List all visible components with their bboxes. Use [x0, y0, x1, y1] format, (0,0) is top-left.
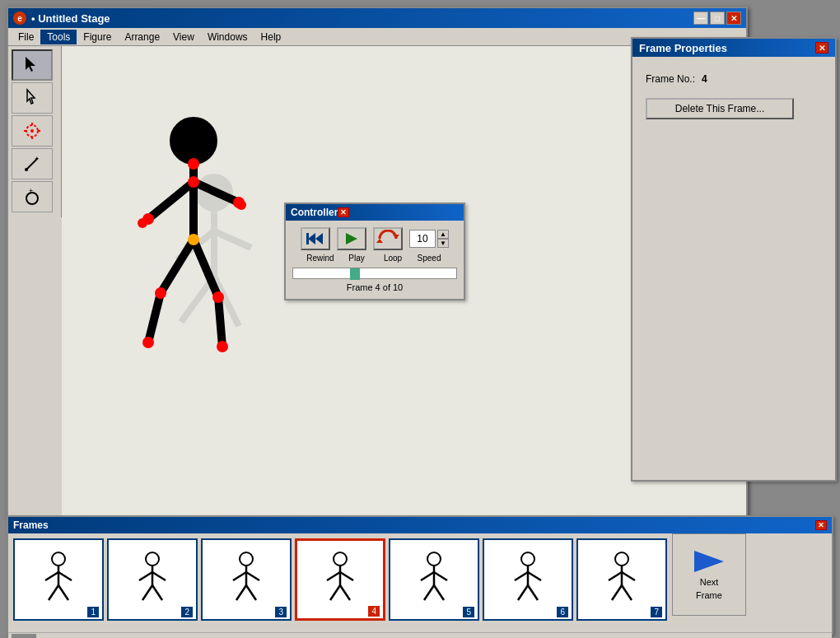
- tool-pencil[interactable]: +: [12, 148, 53, 179]
- tool-pointer[interactable]: [12, 82, 53, 114]
- svg-line-63: [327, 572, 340, 580]
- svg-point-79: [615, 552, 628, 566]
- progress-thumb[interactable]: [350, 268, 360, 280]
- frame-thumb-5[interactable]: 5: [389, 538, 479, 621]
- speed-label: Speed: [414, 254, 444, 263]
- loop-icon: [376, 230, 399, 248]
- frame-properties-body: Frame No.: 4 Delete This Frame...: [632, 57, 835, 136]
- tool-select[interactable]: [12, 49, 53, 81]
- svg-line-69: [421, 572, 434, 580]
- menu-windows[interactable]: Windows: [201, 30, 254, 44]
- svg-marker-38: [315, 233, 323, 244]
- circle-icon: +: [22, 187, 42, 207]
- main-title: • Untitled Stage: [31, 12, 110, 25]
- svg-point-33: [142, 337, 154, 348]
- svg-line-71: [424, 585, 434, 600]
- controller-body: ▲ ▼ Rewind Play Loop Speed Frame 4 of 10: [286, 221, 464, 299]
- controller-close[interactable]: ✕: [338, 207, 349, 217]
- speed-control: ▲ ▼: [409, 230, 449, 248]
- controller-panel: Controller ✕: [284, 203, 465, 300]
- svg-point-35: [138, 218, 147, 228]
- frames-scrollbar[interactable]: [8, 632, 832, 638]
- menu-view[interactable]: View: [166, 30, 201, 44]
- frames-close[interactable]: ✕: [815, 520, 827, 530]
- scroll-handle[interactable]: [12, 634, 36, 639]
- svg-line-48: [58, 585, 68, 600]
- frame-thumb-1[interactable]: 1: [13, 538, 104, 621]
- svg-text:+: +: [35, 155, 39, 162]
- svg-point-30: [188, 234, 199, 245]
- rewind-icon: [306, 231, 324, 246]
- menu-arrange[interactable]: Arrange: [118, 30, 166, 44]
- frames-list: 1 2 3 4: [8, 533, 672, 632]
- svg-point-18: [170, 118, 217, 164]
- svg-point-2: [30, 129, 34, 133]
- speed-down-arrow[interactable]: ▼: [437, 239, 449, 248]
- svg-line-81: [609, 572, 622, 580]
- frame-no-label: Frame No.:: [646, 73, 695, 85]
- speed-up-arrow[interactable]: ▲: [437, 230, 449, 239]
- stick-figure-svg: [103, 95, 284, 375]
- menu-file[interactable]: File: [12, 30, 40, 44]
- loop-button[interactable]: [373, 227, 403, 250]
- frames-title-bar: Frames ✕: [8, 517, 832, 533]
- frame-thumb-3[interactable]: 3: [201, 538, 292, 621]
- svg-line-24: [148, 293, 161, 342]
- svg-line-22: [161, 240, 194, 293]
- pointer-icon: [22, 88, 42, 108]
- close-button[interactable]: ✕: [726, 12, 741, 25]
- svg-line-82: [622, 572, 635, 580]
- svg-point-8: [25, 168, 28, 171]
- minimize-button[interactable]: —: [693, 12, 708, 25]
- svg-line-83: [612, 585, 622, 600]
- svg-line-65: [330, 585, 340, 600]
- frame-properties-title-bar: Frame Properties ✕: [632, 39, 835, 57]
- svg-marker-85: [694, 551, 724, 572]
- frame-properties-panel: Frame Properties ✕ Frame No.: 4 Delete T…: [631, 37, 837, 482]
- svg-point-67: [427, 552, 441, 566]
- maximize-button[interactable]: □: [710, 12, 725, 25]
- svg-line-54: [152, 585, 162, 600]
- svg-point-32: [212, 291, 224, 303]
- svg-line-75: [515, 572, 528, 580]
- rewind-button[interactable]: [301, 227, 330, 250]
- next-frame-label-line1: Next: [700, 577, 719, 587]
- frames-panel: Frames ✕ 1 2: [7, 515, 833, 635]
- svg-point-26: [188, 158, 199, 170]
- svg-rect-39: [306, 233, 309, 244]
- menu-tools[interactable]: Tools: [40, 30, 77, 44]
- main-title-bar: e • Untitled Stage — □ ✕: [8, 8, 746, 28]
- svg-point-61: [334, 552, 347, 566]
- frame-thumb-6[interactable]: 6: [483, 538, 573, 621]
- svg-line-15: [214, 231, 251, 248]
- svg-line-59: [236, 585, 246, 600]
- frame-properties-close[interactable]: ✕: [815, 42, 828, 54]
- window-controls: — □ ✕: [693, 12, 741, 25]
- controller-labels: Rewind Play Loop Speed: [292, 254, 457, 263]
- frames-title-label: Frames: [13, 519, 49, 531]
- pencil-icon: +: [22, 154, 42, 174]
- progress-bar[interactable]: [292, 268, 457, 279]
- svg-line-47: [49, 585, 58, 600]
- speed-input[interactable]: [409, 230, 436, 248]
- tool-circle[interactable]: +: [12, 181, 53, 212]
- svg-point-49: [146, 552, 159, 566]
- svg-point-43: [52, 552, 65, 566]
- menu-help[interactable]: Help: [254, 30, 288, 44]
- rewind-label: Rewind: [306, 254, 335, 263]
- play-button[interactable]: [337, 227, 366, 250]
- delete-frame-wrapper: Delete This Frame...: [646, 98, 822, 119]
- frame-no-row: Frame No.: 4: [646, 73, 822, 85]
- tool-transform[interactable]: [12, 115, 53, 147]
- frame-thumb-4[interactable]: 4: [295, 538, 385, 621]
- frame-thumb-7[interactable]: 7: [576, 538, 667, 621]
- loop-label: Loop: [378, 254, 408, 263]
- svg-line-64: [340, 572, 353, 580]
- next-frame-button[interactable]: Next Frame: [672, 533, 746, 616]
- app-icon: e: [13, 12, 26, 25]
- menu-figure[interactable]: Figure: [77, 30, 118, 44]
- frame-thumb-2[interactable]: 2: [107, 538, 198, 621]
- delete-frame-button[interactable]: Delete This Frame...: [646, 98, 794, 119]
- svg-line-25: [218, 297, 222, 347]
- select-arrow-icon: [22, 55, 42, 75]
